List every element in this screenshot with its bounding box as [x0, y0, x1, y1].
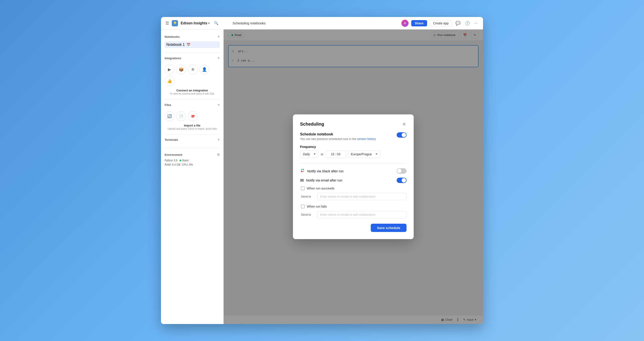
add-terminal-icon[interactable]: +: [217, 137, 220, 142]
chevron-down-icon: ▾: [208, 22, 210, 25]
import-sub: Upload and query CSVs or import .ipynb f…: [164, 127, 220, 130]
files-grid: 🔄 📄 🐙: [164, 109, 220, 123]
files-section-header: Files +: [164, 101, 220, 109]
gear-icon[interactable]: ⚙: [217, 153, 220, 157]
file-item-csv[interactable]: 📄: [176, 111, 186, 121]
divider-modal-1: [300, 163, 406, 164]
environment-section: Environment ⚙ Python 3.9 Basic RAM: 0.4 …: [161, 150, 224, 170]
timezone-select[interactable]: Europe/Prague: [348, 150, 380, 158]
add-file-icon[interactable]: +: [217, 103, 220, 107]
env-resources: RAM: 0.4 GB CPU: 0%: [164, 163, 220, 167]
app-title[interactable]: Edison Insights ▾: [181, 21, 210, 25]
app-logo: 💡: [172, 20, 178, 26]
save-schedule-button[interactable]: Save schedule: [371, 224, 406, 232]
email-toggle-knob: [402, 178, 406, 183]
frequency-section: Frequency Daily at Europe/Prague: [300, 145, 406, 158]
notify-email-left: ✉ Notify via email after run: [300, 178, 342, 183]
integration-item-2[interactable]: 📦: [176, 65, 186, 74]
schedule-notebook-sub: You can see previous scheduled runs in t…: [300, 137, 397, 141]
create-app-button[interactable]: Create app: [430, 20, 452, 26]
fails-checkbox-row: When run fails: [300, 205, 406, 208]
send-to-label-2: Send to: [301, 213, 314, 216]
slack-icon: [300, 168, 305, 174]
integration-item-5[interactable]: 👍: [164, 76, 174, 86]
notify-slack-row: Notify via Slack after run: [300, 168, 406, 174]
import-label: Import a file: [164, 124, 220, 127]
more-options-icon[interactable]: ···: [474, 20, 478, 26]
notify-email-label: Notify via email after run: [306, 178, 342, 182]
integrations-section-header: Integrations +: [164, 54, 220, 62]
modal-header: Scheduling ✕: [300, 122, 406, 127]
succeeds-label: When run succeeds: [307, 187, 334, 190]
terminals-section-title: Terminals: [164, 138, 178, 141]
fails-checkbox[interactable]: [301, 205, 304, 208]
connect-label: Connect an integration: [164, 89, 220, 92]
share-button[interactable]: Share: [411, 20, 427, 26]
header: ☰ 💡 Edison Insights ▾ 🔍 Scheduling noteb…: [161, 17, 483, 29]
modal-close-button[interactable]: ✕: [402, 122, 406, 127]
add-notebook-icon[interactable]: +: [217, 34, 220, 39]
divider-3: [164, 134, 220, 134]
files-section: Files + 🔄 📄 🐙 Import a file Upload and q…: [161, 101, 224, 130]
integration-item-3[interactable]: ❄: [188, 65, 198, 74]
add-integration-icon[interactable]: +: [217, 56, 220, 60]
search-icon[interactable]: 🔍: [214, 21, 218, 25]
integration-item-4[interactable]: 👤: [200, 65, 209, 74]
frequency-row: Daily at Europe/Prague: [300, 150, 406, 158]
notebooks-section-title: Notebooks: [164, 35, 180, 38]
file-item-github[interactable]: 🐙: [188, 111, 198, 121]
notify-slack-label: Notify via Slack after run: [307, 169, 344, 173]
version-history-link[interactable]: version history: [357, 137, 376, 141]
send-to-label-1: Send to: [301, 195, 314, 198]
environment-title: Environment: [164, 153, 182, 156]
schedule-toggle[interactable]: [397, 132, 406, 138]
header-left: ☰ 💡 Edison Insights ▾ 🔍: [166, 20, 228, 26]
succeeds-checkbox-row: When run succeeds: [300, 187, 406, 190]
env-python: Python 3.9 Basic: [164, 158, 220, 163]
content-area: Read ▷ Run notebook 📅 ↻ 1 pri... ✓: [224, 29, 483, 324]
sidebar: Notebooks + Notebook 1 📅 Integrations + …: [161, 29, 224, 324]
divider-2: [164, 99, 220, 99]
integration-grid: ▶ 📦 ❄ 👤 👍: [164, 63, 220, 88]
frequency-label: Frequency: [300, 145, 406, 149]
hamburger-icon[interactable]: ☰: [166, 21, 169, 26]
svg-rect-2: [302, 169, 304, 170]
schedule-notebook-section: Schedule notebook You can see previous s…: [300, 132, 406, 141]
comment-icon[interactable]: 💬: [454, 20, 461, 26]
email-icon: ✉: [300, 178, 304, 183]
env-status-dot: [180, 160, 181, 161]
notebook-1-label: Notebook 1: [166, 43, 185, 47]
file-item-1[interactable]: 🔄: [164, 111, 174, 121]
succeeds-checkbox[interactable]: [301, 187, 304, 190]
at-label: at: [321, 152, 323, 156]
modal-overlay[interactable]: Scheduling ✕ Schedule notebook You can s…: [224, 29, 483, 324]
divider-1: [164, 52, 220, 53]
collaborators-input-2[interactable]: [317, 211, 406, 218]
environment-info: Python 3.9 Basic RAM: 0.4 GB CPU: 0%: [164, 158, 220, 167]
divider-4: [164, 148, 220, 148]
app-title-text: Edison Insights: [181, 21, 207, 25]
frequency-select[interactable]: Daily: [300, 150, 318, 158]
schedule-notebook-title: Schedule notebook: [300, 132, 397, 136]
avatar: A: [402, 20, 408, 27]
app-window: ☰ 💡 Edison Insights ▾ 🔍 Scheduling noteb…: [161, 17, 483, 324]
integrations-section: Integrations + ▶ 📦 ❄ 👤 👍 Connect an inte…: [161, 54, 224, 95]
notify-email-row: ✉ Notify via email after run: [300, 178, 406, 183]
email-toggle[interactable]: [397, 178, 406, 183]
connect-sub: To view its schema and query it with SQL: [164, 92, 220, 95]
environment-header: Environment ⚙: [164, 153, 220, 157]
notebook-1-item[interactable]: Notebook 1 📅: [164, 41, 220, 48]
integration-item-1[interactable]: ▶: [164, 65, 174, 74]
succeeds-send-to-row: Send to: [300, 193, 406, 200]
svg-rect-3: [303, 170, 304, 172]
terminals-section-header: Terminals +: [164, 136, 220, 143]
svg-rect-4: [301, 171, 303, 172]
fails-label: When run fails: [307, 205, 327, 208]
modal-footer: Save schedule: [300, 224, 406, 232]
collaborators-input-1[interactable]: [317, 193, 406, 200]
svg-rect-0: [301, 169, 302, 171]
slack-toggle[interactable]: [397, 168, 406, 174]
notebooks-section-header: Notebooks +: [164, 33, 220, 40]
time-input[interactable]: [326, 150, 346, 158]
history-icon[interactable]: 🕐: [464, 20, 471, 26]
